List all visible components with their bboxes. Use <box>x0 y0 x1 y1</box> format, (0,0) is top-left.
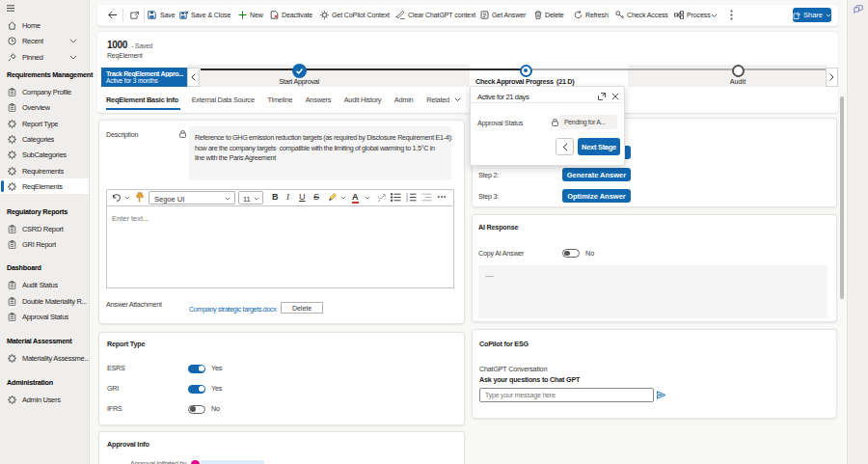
svg-text:3: 3 <box>406 199 408 202</box>
